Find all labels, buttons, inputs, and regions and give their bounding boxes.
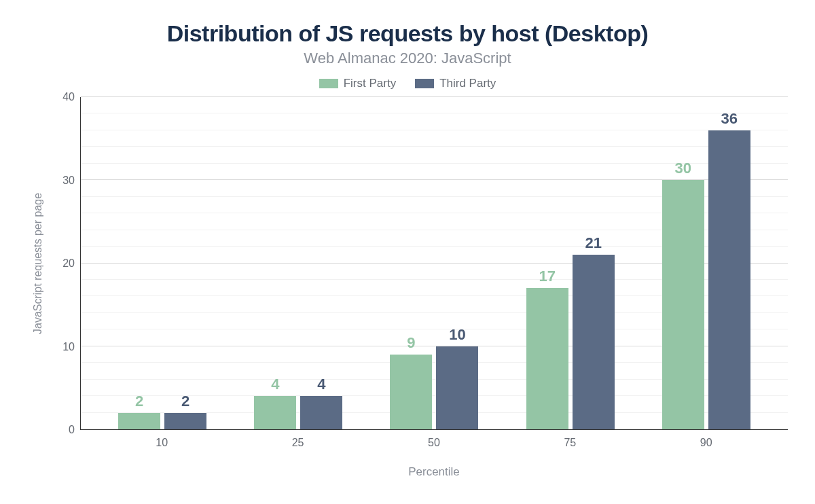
bar: 10 (436, 346, 478, 429)
chart-subtitle: Web Almanac 2020: JavaScript (27, 50, 788, 67)
bar-group: 910 (390, 97, 478, 429)
bar-value-label: 2 (135, 393, 143, 410)
bar: 9 (390, 355, 432, 429)
bar-value-label: 4 (271, 376, 279, 393)
bar: 21 (573, 255, 615, 429)
chart-container: Distribution of JS requests by host (Des… (0, 0, 815, 504)
y-axis-label: JavaScript requests per page (27, 97, 46, 430)
bar-value-label: 10 (449, 326, 465, 344)
legend-label: Third Party (439, 77, 496, 90)
y-tick: 10 (62, 341, 75, 353)
legend-label: First Party (344, 77, 396, 90)
x-tick: 50 (390, 437, 478, 449)
x-axis-label: Percentile (80, 465, 788, 479)
bar: 4 (254, 396, 296, 429)
y-tick: 20 (62, 257, 75, 270)
bar-value-label: 30 (675, 160, 691, 177)
x-ticks: 1025507590 (80, 430, 788, 449)
x-tick: 75 (526, 437, 614, 449)
bar: 36 (708, 130, 750, 429)
bar-group: 22 (118, 97, 206, 429)
y-ticks: 010203040 (46, 97, 80, 430)
bars-region: 224491017213036 (80, 97, 788, 430)
bar: 17 (526, 288, 568, 429)
bar-value-label: 9 (407, 334, 415, 352)
legend-item: Third Party (415, 77, 496, 90)
plot-wrap: JavaScript requests per page 010203040 2… (27, 97, 788, 430)
bar-group: 3036 (662, 97, 750, 429)
bar-value-label: 4 (317, 376, 325, 393)
chart-title: Distribution of JS requests by host (Des… (27, 20, 788, 47)
bar: 2 (164, 413, 206, 429)
bar: 30 (662, 180, 704, 429)
bar-group: 44 (254, 97, 342, 429)
bar-value-label: 17 (539, 268, 555, 285)
legend-item: First Party (319, 77, 396, 90)
legend-swatch (415, 79, 434, 88)
bar-value-label: 2 (181, 393, 189, 410)
legend-swatch (319, 79, 338, 88)
x-tick: 25 (254, 437, 342, 449)
plot-area: 010203040 224491017213036 (46, 97, 788, 430)
y-tick: 30 (62, 175, 75, 187)
bar-value-label: 21 (585, 234, 601, 252)
x-tick: 10 (117, 437, 206, 449)
y-tick: 40 (62, 91, 75, 103)
legend: First PartyThird Party (27, 77, 788, 90)
bar-group: 1721 (526, 97, 615, 429)
bar: 4 (300, 396, 342, 429)
y-tick: 0 (69, 424, 75, 436)
bar: 2 (118, 413, 160, 429)
x-tick: 90 (662, 437, 750, 449)
bar-value-label: 36 (721, 110, 738, 128)
